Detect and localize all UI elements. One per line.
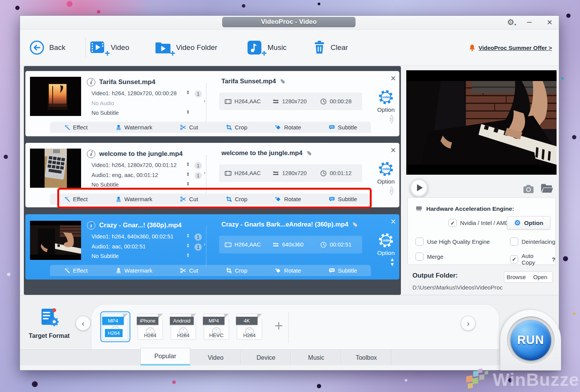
- add-format-button[interactable]: +: [274, 318, 283, 334]
- crop-button[interactable]: Crop: [226, 124, 248, 131]
- file-row[interactable]: ı welcome to the jungle.mp4 Video1: h264…: [25, 143, 399, 207]
- format-card-selected[interactable]: MP4 H264: [100, 311, 130, 342]
- format-scroll-left-button[interactable]: ‹: [76, 316, 90, 331]
- info-icon[interactable]: ı: [87, 150, 95, 158]
- reorder-arrows[interactable]: △▽: [390, 186, 394, 195]
- close-button[interactable]: ×: [543, 18, 556, 27]
- reorder-arrows[interactable]: △▽: [390, 114, 394, 124]
- video-track-info: Video1: h264, 1280x720, 00:00:28: [91, 90, 176, 96]
- deinterlacing-label: Deinterlacing: [522, 238, 555, 245]
- run-button[interactable]: RUN: [510, 320, 551, 361]
- high-quality-checkbox[interactable]: [415, 238, 424, 246]
- auto-copy-checkbox[interactable]: [510, 255, 518, 263]
- tab-toolbox[interactable]: Toolbox: [341, 350, 391, 366]
- remove-file-button[interactable]: ×: [388, 217, 398, 227]
- audio-selector[interactable]: ▲▼: [186, 243, 190, 248]
- tab-video[interactable]: Video: [190, 350, 241, 366]
- format-card[interactable]: iPhone H264: [138, 314, 163, 340]
- open-folder-icon[interactable]: [540, 183, 553, 194]
- tab-music[interactable]: Music: [291, 350, 341, 366]
- rotate-button[interactable]: Rotate: [275, 196, 301, 202]
- subtitle-button[interactable]: Subtitle: [329, 196, 357, 202]
- page-fold: [224, 314, 229, 319]
- expand-chevron-icon[interactable]: ›: [204, 170, 205, 175]
- format-card[interactable]: Android H264: [171, 314, 196, 340]
- cut-button[interactable]: Cut: [180, 124, 198, 131]
- video-preview[interactable]: [406, 70, 557, 175]
- add-video-folder-button[interactable]: + Video Folder: [155, 30, 217, 66]
- file-title: Tarifa Sunset.mp4: [99, 78, 155, 86]
- merge-checkbox[interactable]: [415, 253, 424, 261]
- add-video-label: Video: [111, 43, 129, 52]
- edit-action-bar: Effect Watermark Cut Crop Rotate Subtitl…: [50, 194, 371, 205]
- rename-icon[interactable]: ✎: [279, 79, 286, 84]
- codec-gear-icon: [377, 160, 395, 178]
- add-video-button[interactable]: + Video: [89, 30, 129, 66]
- effect-button[interactable]: Effect: [64, 196, 88, 202]
- info-icon[interactable]: ı: [87, 221, 95, 230]
- deinterlacing-checkbox[interactable]: [510, 238, 518, 246]
- tab-popular[interactable]: Popular: [140, 348, 190, 366]
- subtitle-button[interactable]: Subtitle: [329, 124, 357, 131]
- option-label: Option: [377, 250, 395, 256]
- crop-button[interactable]: Crop: [226, 196, 248, 202]
- rotate-button[interactable]: Rotate: [275, 124, 301, 131]
- cut-button[interactable]: Cut: [180, 267, 198, 274]
- back-button[interactable]: Back: [29, 30, 65, 66]
- crop-button[interactable]: Crop: [226, 267, 248, 274]
- remove-file-button[interactable]: ×: [388, 73, 398, 83]
- subtitle-selector[interactable]: ▲▼: [186, 253, 190, 258]
- subtitle-selector[interactable]: ▲▼: [186, 110, 190, 114]
- format-name: MP4: [203, 317, 224, 325]
- format-scroll-right-button[interactable]: ›: [461, 316, 475, 331]
- hardware-option-button[interactable]: ⚙ Option: [507, 216, 550, 230]
- audio-selector[interactable]: ▲▼: [186, 172, 190, 177]
- rename-icon[interactable]: ✎: [351, 222, 358, 227]
- expand-chevron-icon[interactable]: ›: [204, 99, 205, 103]
- rename-icon[interactable]: ✎: [305, 151, 312, 155]
- effect-button[interactable]: Effect: [64, 124, 88, 131]
- info-icon[interactable]: ı: [87, 78, 95, 86]
- settings-gear-icon[interactable]: ⚙▾: [505, 18, 518, 27]
- play-button[interactable]: [410, 179, 428, 197]
- offer-label[interactable]: VideoProc Summer Offer >: [479, 45, 552, 51]
- format-divider: [288, 312, 289, 343]
- codec-option-button[interactable]: Option: [370, 88, 402, 113]
- track-selector[interactable]: ▲▼: [186, 233, 190, 238]
- gpu-checkbox[interactable]: [449, 219, 457, 227]
- add-music-button[interactable]: + Music: [246, 30, 287, 66]
- minimize-button[interactable]: –: [523, 18, 535, 26]
- codec-option-button[interactable]: Option: [370, 232, 402, 256]
- reorder-arrows[interactable]: ▲▼: [390, 257, 395, 267]
- cut-button[interactable]: Cut: [180, 196, 198, 202]
- format-card[interactable]: 4K H264: [237, 314, 262, 340]
- watermark-button[interactable]: Watermark: [115, 196, 153, 202]
- clear-button[interactable]: Clear: [313, 30, 348, 66]
- codec-option-button[interactable]: Option: [370, 160, 402, 185]
- expand-chevron-icon[interactable]: ›: [204, 242, 205, 246]
- audio-track-info: No Audio: [91, 100, 114, 106]
- open-button[interactable]: Open: [528, 271, 553, 283]
- remove-file-button[interactable]: ×: [388, 145, 398, 155]
- wand-icon: [64, 196, 70, 202]
- scissors-icon: [180, 124, 186, 131]
- help-icon[interactable]: ?: [552, 256, 555, 263]
- file-row[interactable]: ı Tarifa Sunset.mp4 Video1: h264, 1280x7…: [25, 71, 399, 136]
- tab-device[interactable]: Device: [241, 350, 291, 366]
- output-file-title: Crazy - Gnarls Bark...eAndrea! (360p).mp…: [221, 221, 348, 228]
- browse-button[interactable]: Browse: [504, 271, 528, 283]
- watermark-button[interactable]: Watermark: [115, 267, 153, 274]
- summer-offer-link[interactable]: VideoProc Summer Offer >: [469, 30, 552, 66]
- desktop: VideoProc - Video ⚙▾ – × Back + Video + …: [0, 0, 580, 392]
- format-codec: H264: [171, 332, 196, 338]
- snapshot-camera-icon[interactable]: [523, 184, 534, 194]
- track-selector[interactable]: ▲▼: [186, 162, 190, 167]
- track-selector[interactable]: ▲▼: [186, 90, 190, 95]
- watermark-button[interactable]: Watermark: [115, 124, 153, 131]
- effect-button[interactable]: Effect: [64, 267, 88, 274]
- subtitle-button[interactable]: Subtitle: [329, 267, 357, 274]
- rotate-button[interactable]: Rotate: [275, 267, 301, 274]
- file-row-selected[interactable]: ı Crazy - Gnar...! (360p).mp4 Video1: h2…: [25, 214, 399, 280]
- format-card[interactable]: MP4 HEVC: [204, 314, 229, 340]
- subtitle-selector[interactable]: ▲▼: [186, 182, 190, 186]
